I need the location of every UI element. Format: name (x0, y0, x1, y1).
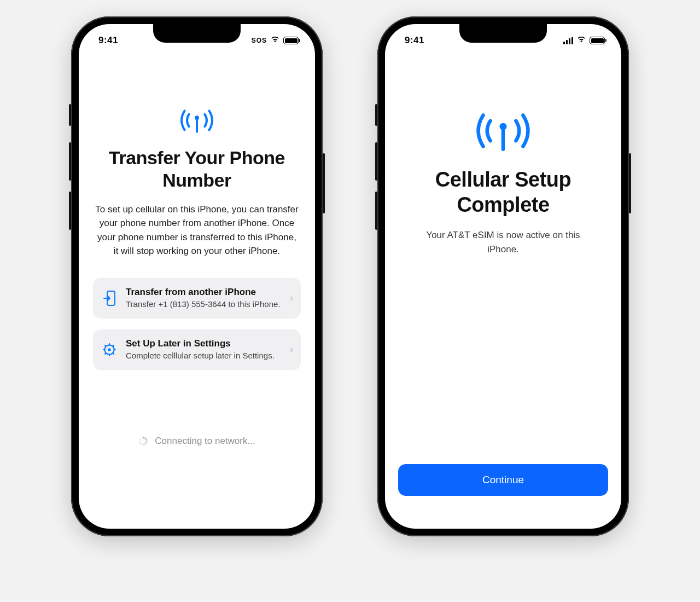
cellular-icon (175, 106, 219, 137)
gear-icon (102, 343, 117, 357)
svg-rect-12 (141, 443, 143, 445)
phone-mockup-complete: 9:41 (377, 16, 629, 536)
side-button (69, 192, 71, 230)
svg-rect-15 (139, 438, 142, 440)
battery-icon (283, 37, 299, 44)
svg-rect-9 (145, 442, 148, 444)
wifi-icon (576, 35, 586, 46)
side-button (375, 104, 377, 126)
svg-rect-10 (144, 443, 146, 445)
phone-mockup-transfer: 9:41 SOS Transfer Your P (71, 16, 323, 536)
chevron-right-icon: › (290, 292, 293, 304)
svg-rect-13 (139, 442, 142, 444)
status-sos: SOS (252, 37, 267, 44)
page-subtitle: To set up cellular on this iPhone, you c… (92, 202, 302, 258)
option-subtitle: Transfer +1 (813) 555-3644 to this iPhon… (126, 299, 281, 310)
wifi-icon (270, 35, 280, 46)
option-subtitle: Complete celllular setup later in Settin… (126, 350, 281, 361)
transfer-icon (102, 290, 117, 306)
svg-rect-14 (139, 441, 141, 442)
cellular-signal-icon (563, 37, 573, 44)
svg-rect-7 (145, 438, 148, 440)
side-button (69, 142, 71, 181)
page-title: Cellular Setup Complete (398, 167, 608, 217)
option-title: Set Up Later in Settings (126, 338, 281, 349)
side-button (375, 142, 377, 181)
page-subtitle: Your AT&T eSIM is now active on this iPh… (398, 228, 608, 256)
spinner-icon (138, 436, 148, 446)
option-title: Transfer from another iPhone (126, 287, 281, 298)
svg-point-4 (108, 348, 110, 351)
notch (459, 24, 547, 43)
svg-rect-5 (143, 437, 144, 439)
side-button (323, 153, 325, 213)
svg-rect-8 (146, 441, 148, 442)
page-title: Transfer Your Phone Number (92, 147, 302, 192)
side-button (375, 192, 377, 230)
status-time: 9:41 (98, 35, 118, 46)
svg-rect-6 (144, 437, 146, 439)
battery-icon (590, 37, 605, 44)
svg-rect-11 (143, 444, 144, 446)
connecting-status: Connecting to network... (138, 436, 255, 447)
connecting-text: Connecting to network... (155, 436, 255, 447)
svg-rect-16 (141, 437, 143, 439)
transfer-from-iphone-option[interactable]: Transfer from another iPhone Transfer +1… (93, 278, 301, 319)
cellular-icon (468, 106, 539, 158)
continue-button[interactable]: Continue (398, 464, 608, 496)
setup-later-option[interactable]: Set Up Later in Settings Complete celllu… (93, 329, 301, 370)
notch (153, 24, 241, 43)
side-button (69, 104, 71, 126)
side-button (629, 153, 631, 213)
chevron-right-icon: › (290, 344, 293, 355)
status-time: 9:41 (405, 35, 424, 46)
